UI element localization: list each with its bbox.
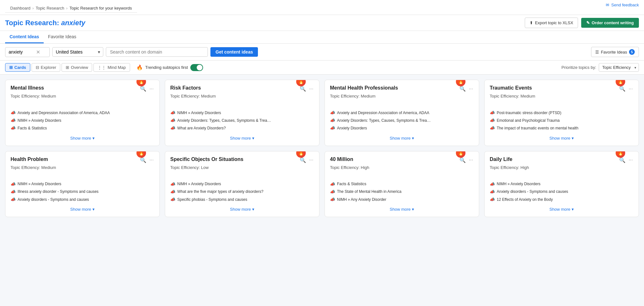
topic-card: 🔥 40 Million 🔍 ··· Topic Efficiency: Hig… — [325, 151, 479, 217]
card-link[interactable]: 📣 NIMH » Any Anxiety Disorder — [330, 197, 474, 202]
card-link[interactable]: 📣 Facts & Statistics — [11, 125, 154, 131]
card-title: 40 Million — [330, 157, 459, 162]
view-cards-button[interactable]: ⊞ Cards — [5, 63, 30, 72]
card-header: Mental Illness 🔍 ··· — [11, 85, 154, 92]
show-more-button[interactable]: Show more ▾ — [170, 136, 314, 141]
card-link[interactable]: 📣 Anxiety disorders - Symptoms and cause… — [490, 189, 633, 195]
card-more-button[interactable]: ··· — [468, 85, 474, 92]
megaphone-icon: 📣 — [170, 181, 175, 187]
country-select[interactable]: United States — [52, 47, 103, 57]
show-more-button[interactable]: Show more ▾ — [170, 207, 314, 212]
card-link[interactable]: 📣 Specific phobias - Symptoms and causes — [170, 197, 314, 202]
card-more-button[interactable]: ··· — [149, 85, 154, 92]
breadcrumb-dashboard[interactable]: Dashboard — [10, 6, 31, 11]
show-more-button[interactable]: Show more ▾ — [330, 136, 474, 141]
card-link[interactable]: 📣 Anxiety disorders - Symptoms and cause… — [11, 197, 154, 202]
export-icon: ⬆ — [530, 20, 533, 25]
edit-icon: ✎ — [586, 20, 590, 25]
feedback-icon: ✉ — [606, 3, 609, 7]
header-actions: ⬆ Export topic to XLSX ✎ Order content w… — [525, 18, 639, 28]
card-link[interactable]: 📣 NIMH » Anxiety Disorders — [490, 181, 633, 187]
card-link[interactable]: 📣 NIMH » Anxiety Disorders — [11, 181, 154, 187]
topic-card: 🔥 Daily Life 🔍 ··· Topic Efficiency: Hig… — [484, 151, 639, 217]
megaphone-icon: 📣 — [490, 118, 495, 123]
card-more-button[interactable]: ··· — [309, 85, 314, 92]
cards-grid: 🔥 Mental Illness 🔍 ··· Topic Efficiency:… — [0, 75, 644, 222]
keyword-input[interactable] — [9, 49, 34, 55]
megaphone-icon: 📣 — [330, 197, 335, 202]
card-more-button[interactable]: ··· — [628, 157, 633, 164]
view-mindmap-button[interactable]: ⋮⋮ Mind Map — [93, 63, 130, 72]
topic-card: 🔥 Health Problem 🔍 ··· Topic Efficiency:… — [5, 151, 160, 217]
megaphone-icon: 📣 — [11, 189, 16, 195]
trending-fire-icon: 🔥 — [136, 64, 143, 70]
controls-row: ✕ United States Get content ideas ☰ Favo… — [0, 44, 644, 61]
view-explorer-button[interactable]: ⊟ Explorer — [32, 63, 60, 72]
card-links: 📣 Anxiety and Depression Association of … — [330, 110, 474, 131]
megaphone-icon: 📣 — [11, 125, 16, 131]
megaphone-icon: 📣 — [170, 197, 175, 202]
card-link[interactable]: 📣 Post-traumatic stress disorder (PTSD) — [490, 110, 633, 116]
megaphone-icon: 📣 — [330, 110, 335, 116]
card-header: Health Problem 🔍 ··· — [11, 157, 154, 164]
order-content-button[interactable]: ✎ Order content writing — [581, 18, 639, 28]
card-more-button[interactable]: ··· — [149, 157, 154, 164]
card-more-button[interactable]: ··· — [468, 157, 474, 164]
card-link[interactable]: 📣 Anxiety and Depression Association of … — [330, 110, 474, 116]
card-link[interactable]: 📣 The State of Mental Health in America — [330, 189, 474, 195]
show-more-button[interactable]: Show more ▾ — [490, 136, 633, 141]
card-link[interactable]: 📣 12 Effects of Anxiety on the Body — [490, 197, 633, 202]
card-title: Risk Factors — [170, 85, 299, 91]
prioritize-select[interactable]: Topic Efficiency Volume Difficulty — [599, 63, 639, 72]
show-more-button[interactable]: Show more ▾ — [11, 136, 154, 141]
view-overview-button[interactable]: ⊞ Overview — [62, 63, 92, 72]
card-efficiency: Topic Efficiency: Low — [170, 165, 314, 170]
megaphone-icon: 📣 — [170, 110, 175, 116]
send-feedback-btn[interactable]: ✉ Send feedback — [606, 3, 639, 7]
show-more-button[interactable]: Show more ▾ — [11, 207, 154, 212]
card-link[interactable]: 📣 NIMH » Anxiety Disorders — [11, 118, 154, 123]
show-more-button[interactable]: Show more ▾ — [330, 207, 474, 212]
favorite-ideas-button[interactable]: ☰ Favorite Ideas 5 — [591, 47, 639, 57]
card-link[interactable]: 📣 Anxiety Disorders — [330, 125, 474, 131]
card-link[interactable]: 📣 Anxiety Disorders: Types, Causes, Symp… — [330, 118, 474, 123]
card-title: Traumatic Events — [490, 85, 618, 91]
card-link[interactable]: 📣 Facts & Statistics — [330, 181, 474, 187]
card-links: 📣 NIMH » Anxiety Disorders 📣 Anxiety Dis… — [170, 110, 314, 131]
clear-keyword-icon[interactable]: ✕ — [36, 49, 40, 55]
tabs-row: Content Ideas Favorite Ideas — [0, 31, 644, 44]
megaphone-icon: 📣 — [490, 110, 495, 116]
megaphone-icon: 📣 — [330, 181, 335, 187]
megaphone-icon: 📣 — [170, 189, 175, 195]
card-link[interactable]: 📣 What are Anxiety Disorders? — [170, 125, 314, 131]
card-link[interactable]: 📣 Illness anxiety disorder - Symptoms an… — [11, 189, 154, 195]
card-link[interactable]: 📣 NIMH » Anxiety Disorders — [170, 110, 314, 116]
card-more-button[interactable]: ··· — [309, 157, 314, 164]
card-link[interactable]: 📣 Anxiety Disorders: Types, Causes, Symp… — [170, 118, 314, 123]
tab-favorite-ideas[interactable]: Favorite Ideas — [44, 31, 81, 43]
card-links: 📣 Post-traumatic stress disorder (PTSD) … — [490, 110, 633, 131]
card-header: Specific Objects Or Situations 🔍 ··· — [170, 157, 314, 164]
megaphone-icon: 📣 — [490, 125, 495, 131]
breadcrumb-topic-research[interactable]: Topic Research — [36, 6, 64, 11]
export-xlsx-button[interactable]: ⬆ Export topic to XLSX — [525, 18, 578, 28]
card-link[interactable]: 📣 The impact of traumatic events on ment… — [490, 125, 633, 131]
megaphone-icon: 📣 — [170, 118, 175, 123]
megaphone-icon: 📣 — [11, 181, 16, 187]
card-header: Risk Factors 🔍 ··· — [170, 85, 314, 92]
trending-toggle[interactable] — [190, 64, 203, 71]
card-more-button[interactable]: ··· — [628, 85, 633, 92]
card-link[interactable]: 📣 What are the five major types of anxie… — [170, 189, 314, 195]
card-efficiency: Topic Efficiency: Medium — [11, 165, 154, 170]
card-efficiency: Topic Efficiency: High — [330, 165, 474, 170]
breadcrumb: Dashboard › Topic Research › Topic Resea… — [5, 3, 137, 13]
card-link[interactable]: 📣 Emotional and Psychological Trauma — [490, 118, 633, 123]
domain-search-input[interactable] — [106, 47, 208, 57]
keyword-input-wrapper: ✕ — [5, 47, 50, 57]
show-more-button[interactable]: Show more ▾ — [490, 207, 633, 212]
topic-card: 🔥 Risk Factors 🔍 ··· Topic Efficiency: M… — [165, 80, 319, 146]
card-link[interactable]: 📣 Anxiety and Depression Association of … — [11, 110, 154, 116]
get-content-ideas-button[interactable]: Get content ideas — [210, 47, 258, 57]
tab-content-ideas[interactable]: Content Ideas — [5, 31, 44, 43]
card-link[interactable]: 📣 NIMH » Anxiety Disorders — [170, 181, 314, 187]
